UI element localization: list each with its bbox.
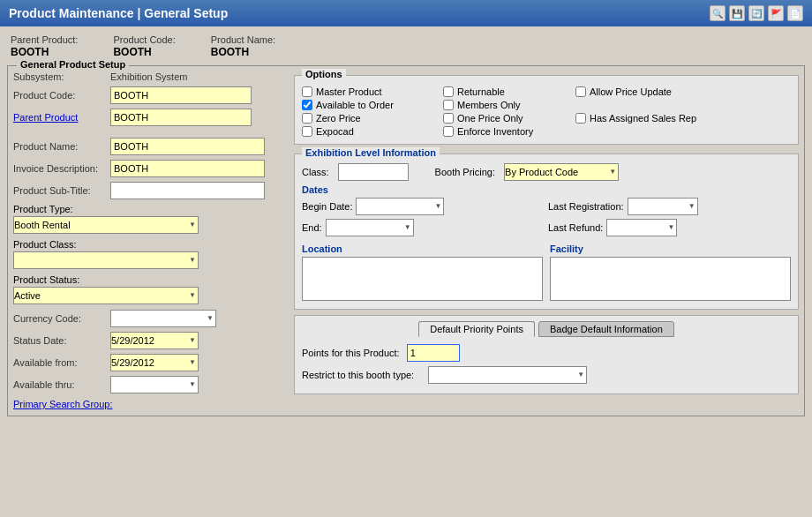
expocad-checkbox[interactable]	[302, 126, 312, 137]
restrict-row: Restrict to this booth type:	[302, 366, 791, 384]
members-only-row: Members Only	[443, 100, 567, 110]
points-for-product-input[interactable]	[407, 344, 460, 362]
available-from-select[interactable]: 5/29/2012	[110, 354, 199, 371]
product-type-section: Product Type: Booth Rental	[13, 204, 287, 234]
returnable-label: Returnable	[457, 86, 505, 97]
end-date-select[interactable]	[326, 219, 414, 236]
parent-product-input[interactable]	[110, 109, 252, 126]
last-registration-label: Last Registration:	[548, 201, 624, 212]
members-only-label: Members Only	[457, 100, 521, 110]
exhibition-panel: Exhibition Level Information Class: Boot…	[294, 154, 799, 310]
status-date-row: Status Date: 5/29/2012	[13, 332, 287, 349]
product-subtitle-label: Product Sub-Title:	[13, 185, 110, 196]
has-assigned-sales-rep-checkbox[interactable]	[575, 113, 586, 124]
one-price-only-row: One Price Only	[443, 113, 567, 124]
class-booth-row: Class: Booth Pricing: By Product Code	[302, 163, 791, 181]
available-thru-select[interactable]	[110, 376, 199, 393]
enforce-inventory-row: Enforce Inventory	[443, 126, 567, 137]
product-name-row: Product Name:	[13, 138, 287, 155]
end-date-label: End:	[302, 222, 322, 233]
status-date-select[interactable]: 5/29/2012	[110, 332, 199, 349]
product-code-row: Product Code:	[13, 86, 287, 104]
last-registration-select[interactable]	[628, 198, 698, 215]
currency-code-label: Currency Code:	[13, 313, 110, 324]
product-class-select[interactable]	[13, 251, 199, 269]
header-product-code-label: Product Code:	[113, 34, 175, 45]
available-to-order-label: Available to Order	[316, 100, 394, 110]
product-subtitle-input[interactable]	[110, 182, 265, 199]
options-title: Options	[302, 69, 346, 79]
invoice-desc-row: Invoice Description:	[13, 160, 287, 177]
product-code-input[interactable]	[110, 86, 252, 104]
available-thru-label: Available thru:	[13, 379, 110, 390]
returnable-checkbox[interactable]	[443, 86, 454, 97]
currency-code-select-wrapper	[110, 310, 216, 327]
parent-product-link[interactable]: Parent Product	[13, 112, 78, 123]
available-from-select-wrapper: 5/29/2012	[110, 354, 199, 371]
last-registration-select-wrapper	[628, 198, 698, 215]
tab-badge-default-info[interactable]: Badge Default Information	[538, 321, 674, 337]
product-subtitle-row: Product Sub-Title:	[13, 182, 287, 199]
last-refund-select[interactable]	[606, 219, 677, 236]
tab-default-priority-points[interactable]: Default Priority Points	[418, 321, 535, 337]
location-textarea[interactable]	[302, 257, 543, 301]
enforce-inventory-checkbox[interactable]	[443, 126, 454, 137]
product-type-select[interactable]: Booth Rental	[13, 216, 199, 234]
product-status-select[interactable]: Active	[13, 287, 199, 304]
right-column: Options Master Product Returnable All	[294, 71, 799, 410]
begin-date-row: Begin Date:	[302, 198, 545, 215]
facility-textarea[interactable]	[550, 257, 791, 301]
product-type-select-wrapper: Booth Rental	[13, 216, 199, 234]
header-product-code: Product Code: BOOTH	[113, 34, 175, 58]
enforce-inventory-label: Enforce Inventory	[457, 126, 533, 137]
save-icon[interactable]: 💾	[729, 5, 745, 21]
zero-price-checkbox[interactable]	[302, 113, 312, 124]
last-refund-select-wrapper	[606, 219, 677, 236]
class-input[interactable]	[338, 163, 409, 181]
status-date-label: Status Date:	[13, 335, 110, 346]
binoculars-icon[interactable]: 🔍	[710, 5, 726, 21]
returnable-row: Returnable	[443, 86, 567, 97]
currency-code-select[interactable]	[110, 310, 216, 327]
product-class-select-wrapper	[13, 251, 199, 269]
left-column: Subsystem: Exhibition System Product Cod…	[13, 71, 287, 410]
begin-date-select-wrapper	[356, 198, 444, 215]
available-to-order-row: Available to Order	[302, 100, 434, 110]
members-only-checkbox[interactable]	[443, 100, 454, 110]
refresh-icon[interactable]: 🔄	[748, 5, 764, 21]
flag-icon[interactable]: 🚩	[768, 5, 784, 21]
restrict-select-wrapper	[428, 366, 587, 384]
page-title: Product Maintenance | General Setup	[9, 6, 228, 20]
master-product-label: Master Product	[316, 86, 382, 97]
document-icon[interactable]: 📄	[787, 5, 803, 21]
product-status-section: Product Status: Active	[13, 274, 287, 304]
invoice-desc-input[interactable]	[110, 160, 265, 177]
begin-date-select[interactable]	[356, 198, 444, 215]
title-bar: Product Maintenance | General Setup 🔍 💾 …	[0, 0, 812, 26]
primary-search-group-link[interactable]: Primary Search Group:	[13, 399, 112, 409]
product-class-label: Product Class:	[13, 239, 287, 250]
points-for-product-label: Points for this Product:	[302, 348, 400, 358]
header-row: Parent Product: BOOTH Product Code: BOOT…	[7, 32, 805, 60]
header-parent-product: Parent Product: BOOTH	[11, 34, 78, 58]
allow-price-update-checkbox[interactable]	[575, 86, 586, 97]
last-refund-row: Last Refund:	[548, 219, 791, 236]
bottom-panel: Default Priority Points Badge Default In…	[294, 315, 799, 394]
available-thru-select-wrapper	[110, 376, 199, 393]
available-thru-row: Available thru:	[13, 376, 287, 393]
bottom-tabs: Default Priority Points Badge Default In…	[302, 321, 791, 337]
last-registration-row: Last Registration:	[548, 198, 791, 215]
has-assigned-sales-rep-row: Has Assigned Sales Rep	[575, 113, 752, 124]
one-price-only-checkbox[interactable]	[443, 113, 454, 124]
available-to-order-checkbox[interactable]	[302, 100, 312, 110]
restrict-select[interactable]	[428, 366, 587, 384]
class-label: Class:	[302, 167, 329, 177]
begin-date-label: Begin Date:	[302, 201, 352, 212]
booth-pricing-select[interactable]: By Product Code	[504, 163, 619, 181]
options-panel: Options Master Product Returnable All	[294, 75, 799, 145]
options-grid: Master Product Returnable Allow Price Up…	[302, 86, 791, 137]
product-name-input[interactable]	[110, 138, 265, 155]
master-product-checkbox[interactable]	[302, 86, 312, 97]
primary-search-group-row: Primary Search Group:	[13, 398, 287, 410]
status-date-select-wrapper: 5/29/2012	[110, 332, 199, 349]
